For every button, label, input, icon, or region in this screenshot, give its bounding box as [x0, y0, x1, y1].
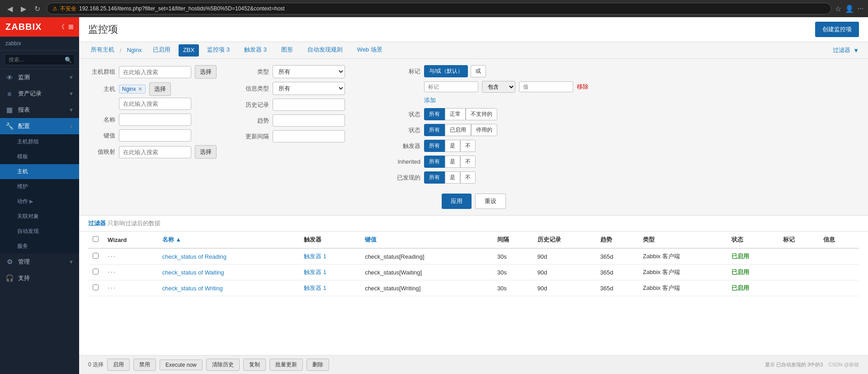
tab-all-hosts[interactable]: 所有主机	[88, 42, 117, 58]
status2-disabled-btn[interactable]: 停用的	[471, 124, 497, 136]
row-dots-btn[interactable]: ···	[108, 284, 116, 292]
footer-delete-btn[interactable]: 删除	[307, 359, 329, 371]
interval-input[interactable]	[273, 130, 345, 142]
sidebar-subitem-hosts[interactable]: 主机	[0, 164, 79, 179]
status1-unsupported-btn[interactable]: 不支持的	[466, 108, 497, 120]
type-select[interactable]: 所有Zabbix 客户端SNMPJMXIPMI	[273, 65, 345, 78]
tag-or-btn[interactable]: 或	[471, 65, 486, 77]
row-checkbox-cell[interactable]	[88, 265, 103, 280]
footer-enable-btn[interactable]: 启用	[107, 359, 130, 371]
valuemap-select-btn[interactable]: 选择	[195, 145, 217, 159]
sidebar-subitem-maintenance[interactable]: 维护	[0, 179, 79, 194]
trend-input[interactable]	[273, 114, 345, 127]
row-dots-btn[interactable]: ···	[108, 268, 116, 276]
history-input[interactable]	[273, 99, 345, 111]
sidebar-item-assets[interactable]: ≡ 资产记录 ▼	[0, 85, 79, 102]
row-checkbox-cell[interactable]	[88, 248, 103, 265]
triggers-all-btn[interactable]: 所有	[424, 140, 445, 152]
discovered-no-btn[interactable]: 不	[460, 171, 476, 184]
tag-name-input[interactable]	[424, 81, 478, 92]
browser-nav[interactable]: ◀ ▶ ↻	[5, 4, 43, 14]
row-triggers-link[interactable]: 触发器 1	[304, 269, 326, 275]
host-tag-remove[interactable]: ✕	[138, 86, 142, 92]
row-triggers[interactable]: 触发器 1	[299, 248, 360, 265]
sidebar-item-support[interactable]: 🎧 支持	[0, 270, 79, 286]
sidebar-item-admin[interactable]: ⚙ 管理 ▼	[0, 254, 79, 270]
forward-button[interactable]: ▶	[18, 4, 29, 14]
name-input[interactable]	[119, 114, 191, 126]
sidebar-subitem-events[interactable]: 关联对象	[0, 209, 79, 224]
inherited-yes-btn[interactable]: 是	[445, 156, 460, 168]
discovered-all-btn[interactable]: 所有	[424, 171, 445, 184]
row-name-link[interactable]: check_status of Waiting	[162, 269, 224, 276]
inherited-no-btn[interactable]: 不	[460, 156, 476, 168]
sidebar-item-monitor[interactable]: 👁 监测 ▼	[0, 69, 79, 85]
profile-icon[interactable]: 👤	[845, 5, 854, 13]
select-all-checkbox[interactable]	[93, 236, 99, 242]
discovered-yes-btn[interactable]: 是	[445, 171, 460, 184]
row-triggers[interactable]: 触发器 1	[299, 265, 360, 280]
row-checkbox-cell[interactable]	[88, 280, 103, 296]
footer-mass-update-btn[interactable]: 批量更新	[269, 359, 303, 371]
sort-name-link[interactable]: 名称 ▲	[162, 236, 181, 243]
tab-enabled[interactable]: 已启用	[146, 42, 177, 58]
row-checkbox[interactable]	[93, 269, 99, 275]
status2-enabled-btn[interactable]: 已启用	[445, 124, 471, 136]
browser-actions[interactable]: ☆ 👤 ···	[835, 5, 863, 13]
row-dots-btn[interactable]: ···	[108, 252, 116, 260]
collapse-icon[interactable]: 《	[58, 23, 65, 31]
th-name[interactable]: 名称 ▲	[158, 232, 300, 248]
key-input[interactable]	[119, 129, 191, 142]
tab-web-scenarios[interactable]: Web 场景	[351, 42, 389, 58]
triggers-no-btn[interactable]: 不	[460, 140, 476, 152]
footer-execute-btn[interactable]: Execute now	[160, 360, 203, 370]
row-triggers[interactable]: 触发器 1	[299, 280, 360, 296]
tab-triggers3[interactable]: 触发器 3	[238, 42, 273, 58]
row-checkbox[interactable]	[93, 284, 99, 290]
tab-items3[interactable]: 监控项 3	[201, 42, 236, 58]
menu-icon[interactable]: ···	[858, 5, 863, 13]
tab-zbx[interactable]: ZBX	[179, 44, 199, 57]
back-button[interactable]: ◀	[5, 4, 15, 14]
tab-discovery-rules[interactable]: 自动发现规则	[301, 42, 349, 58]
host-search-input[interactable]	[119, 98, 191, 110]
reload-button[interactable]: ↻	[32, 4, 43, 14]
filter-toggle-btn[interactable]: 过滤器 ▼	[833, 46, 859, 54]
row-name-link[interactable]: check_status of Reading	[162, 253, 226, 260]
sidebar-search-input[interactable]	[5, 54, 75, 65]
footer-copy-btn[interactable]: 复制	[243, 359, 266, 371]
create-item-button[interactable]: 创建监控项	[815, 22, 859, 37]
window-icon[interactable]: ⊞	[68, 23, 74, 31]
tag-remove-btn[interactable]: 移除	[577, 83, 589, 91]
tag-operator-select[interactable]: 包含等于不包含存在不存在	[482, 81, 515, 93]
footer-clear-history-btn[interactable]: 清除历史	[206, 359, 240, 371]
reset-button[interactable]: 重设	[475, 194, 506, 209]
hostgroup-input[interactable]	[119, 66, 191, 78]
sort-key-link[interactable]: 键值	[365, 236, 377, 243]
status1-all-btn[interactable]: 所有	[424, 108, 445, 120]
tab-nginx[interactable]: Nginx	[124, 43, 145, 58]
row-name-link[interactable]: check_status of Writing	[162, 285, 223, 292]
add-tag-link[interactable]: 添加	[424, 96, 436, 104]
infotype-select[interactable]: 所有数字（无符号）数字（浮点）字符串日志	[273, 82, 345, 95]
sidebar-subitem-discovery[interactable]: 自动发现	[0, 224, 79, 239]
star-icon[interactable]: ☆	[835, 5, 841, 13]
sidebar-item-reports[interactable]: ▦ 报表 ▼	[0, 102, 79, 118]
sidebar-subitem-templates[interactable]: 模板	[0, 149, 79, 164]
sidebar-subitem-actions[interactable]: 动作 ▶	[0, 194, 79, 209]
status1-normal-btn[interactable]: 正常	[445, 108, 466, 120]
row-triggers-link[interactable]: 触发器 1	[304, 284, 326, 291]
hostgroup-select-btn[interactable]: 选择	[195, 65, 217, 79]
triggers-yes-btn[interactable]: 是	[445, 140, 460, 152]
sidebar-item-config[interactable]: 🔧 配置 ▲	[0, 118, 79, 134]
tag-and-btn[interactable]: 与/或（默认）	[424, 65, 468, 77]
valuemap-input[interactable]	[119, 146, 191, 158]
sidebar-subitem-hostgroups[interactable]: 主机群组	[0, 134, 79, 149]
host-select-btn[interactable]: 选择	[149, 82, 171, 96]
row-checkbox[interactable]	[93, 253, 99, 259]
row-triggers-link[interactable]: 触发器 1	[304, 253, 326, 260]
inherited-all-btn[interactable]: 所有	[424, 156, 445, 168]
apply-button[interactable]: 应用	[442, 194, 472, 209]
sidebar-header-icons[interactable]: 《 ⊞	[58, 23, 74, 31]
sidebar-subitem-services[interactable]: 服务	[0, 239, 79, 254]
